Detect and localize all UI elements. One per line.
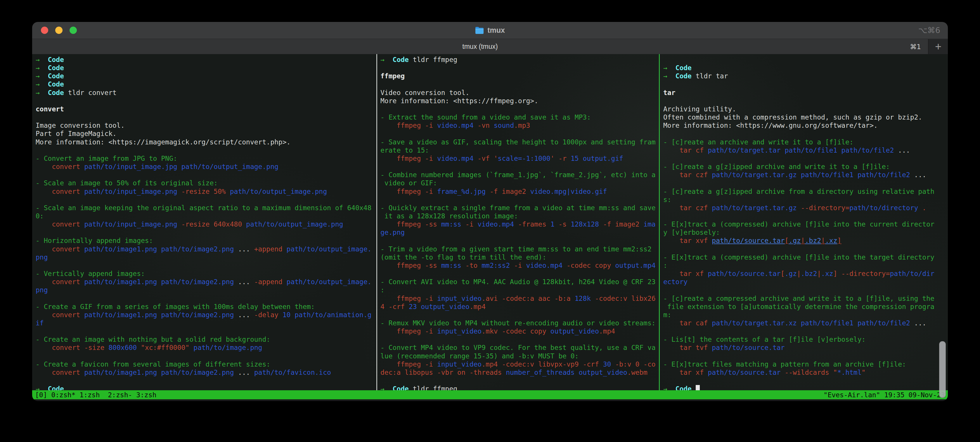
text-segment: - Save a video as GIF, scaling the heigh…: [380, 138, 655, 146]
text-segment: Code: [48, 56, 64, 64]
terminal-line: convert path/to/image1.png path/to/image…: [36, 369, 377, 377]
text-segment: [663, 237, 679, 244]
text-segment: →: [663, 72, 676, 80]
text-segment: .bz2: [801, 270, 817, 278]
terminal-line: s:: [663, 196, 948, 204]
text-segment: path/to/source.tar: [712, 344, 784, 351]
text-segment: Code: [393, 56, 409, 64]
text-segment: - Lis[t] the contents of a tar [f]ile [v…: [663, 336, 865, 343]
terminal-line: tar tvf path/to/source.tar: [663, 343, 948, 352]
tab-bar: tmux (tmux) ⌘1 +: [32, 38, 948, 54]
terminal-line: ffmpeg -ss mm:ss -i video.mp4 -frames 1 …: [380, 220, 660, 228]
terminal-line: → Code tldr tar: [663, 72, 948, 80]
text-segment: png: [36, 286, 48, 294]
title-bar[interactable]: tmux ⌥⌘6: [32, 22, 948, 38]
pane-convert[interactable]: → Code→ Code→ Code→ Code→ Code tldr conv…: [36, 56, 377, 390]
terminal-line: tar xf path/to/source.tar[.gz|.bz2|.xz] …: [663, 270, 948, 278]
terminal-line: [663, 327, 948, 335]
text-segment: ...: [898, 147, 910, 154]
text-segment: Code: [48, 72, 64, 80]
text-segment: path/to/dir: [890, 270, 934, 278]
text-segment: [663, 171, 679, 179]
text-segment: video.mp4: [477, 220, 518, 228]
text-segment: Code: [48, 89, 64, 96]
terminal-line: convert path/to/input_image.jpg path/to/…: [36, 163, 377, 171]
text-segment: 128k: [575, 295, 595, 302]
terminal-line: [36, 113, 377, 121]
tab-tmux[interactable]: tmux (tmux) ⌘1: [32, 39, 928, 54]
terminal-line: [380, 105, 660, 113]
text-segment: it as a 128x128 resolution image:: [380, 212, 518, 220]
text-segment: - E[x]tract a (compressed) archive [f]il…: [663, 220, 934, 228]
terminal-line: [663, 154, 948, 163]
text-segment: .mp4: [599, 327, 615, 335]
terminal-line: Archiving utility.: [663, 105, 948, 113]
terminal-line: [380, 236, 660, 245]
minimize-button[interactable]: [55, 27, 62, 34]
text-segment: path/to/output_image.png: [230, 188, 327, 195]
pane-divider-inactive[interactable]: [376, 54, 377, 390]
terminal-line: → Code: [663, 64, 948, 72]
terminal-line: [663, 80, 948, 88]
zoom-button[interactable]: [70, 27, 77, 34]
terminal-line: tar czf path/to/target.tar.gz --director…: [663, 204, 948, 212]
text-segment: path/to/source.tar: [712, 237, 784, 244]
text-segment: ...: [914, 319, 926, 327]
text-segment: -append: [254, 278, 286, 286]
text-segment: - Quickly extract a single frame from a …: [380, 204, 655, 212]
text-segment: -s: [558, 220, 571, 228]
terminal-line: → Code tldr convert: [36, 89, 377, 97]
terminal-line: [380, 377, 660, 385]
text-segment: path/to/target.tar path/to/file1 path/to…: [708, 147, 898, 154]
terminal-line: [663, 352, 948, 360]
text-segment: -vf ': [477, 155, 498, 162]
text-segment: path/to/target.tar.gz path/to/file1 path…: [712, 171, 914, 179]
text-segment: -f image2: [603, 220, 643, 228]
text-segment: ffmpeg -i: [396, 188, 437, 195]
pane-divider-active[interactable]: [659, 54, 660, 390]
text-segment: →: [36, 385, 48, 390]
text-segment: tar: [663, 89, 676, 96]
text-segment: →: [663, 385, 676, 390]
pane-ffmpeg[interactable]: → Code tldr ffmpeg ffmpeg Video conversi…: [380, 56, 660, 390]
terminal-line: - Scale an image keeping the original as…: [36, 204, 377, 212]
text-segment: - Extract the sound from a video and sav…: [380, 113, 591, 121]
text-segment: path/to/directory: [850, 204, 922, 212]
terminal-line: convert -size 800x600 "xc:#ff0000" path/…: [36, 343, 377, 352]
terminal-line: :: [380, 286, 660, 294]
terminal-line: → Code: [663, 385, 948, 390]
text-segment: -to: [465, 262, 482, 269]
text-segment: →: [380, 385, 393, 390]
text-segment: path/to/input_image.jpg path/to/output_i…: [84, 163, 278, 171]
text-segment: [663, 319, 679, 327]
text-segment: y [v]erbosely:: [663, 228, 720, 236]
text-segment: Code: [48, 64, 64, 72]
text-segment: [380, 121, 396, 129]
new-tab-button[interactable]: +: [928, 39, 948, 54]
terminal-line: - Create a favicon from several images o…: [36, 360, 377, 369]
text-segment: tar cf: [679, 147, 708, 154]
terminal-line: ffmpeg -i input_video.mp4 -codec:v libvp…: [380, 360, 660, 369]
text-segment: [36, 245, 52, 253]
text-segment: tar xf: [679, 369, 708, 376]
scrollbar-thumb[interactable]: [939, 341, 946, 398]
terminal-line: - [c]reate a g[z]ipped archive and write…: [663, 163, 948, 171]
text-segment: - [c]reate an archive and write it to a …: [663, 138, 853, 146]
text-segment: tar xvf: [679, 237, 712, 244]
text-segment: -i: [514, 262, 526, 269]
terminal-line: [36, 171, 377, 179]
text-segment: ...: [238, 245, 254, 253]
terminal-line: 0:: [36, 212, 377, 220]
text-segment: [36, 311, 52, 319]
tab-shortcut: ⌘1: [910, 43, 921, 51]
pane-tar[interactable]: → Code→ Code tldr tar tar Archiving util…: [663, 56, 948, 390]
terminal-line: [380, 129, 660, 138]
plus-icon: +: [935, 40, 942, 53]
terminal-window: tmux ⌥⌘6 tmux (tmux) ⌘1 + → Code→ Code→ …: [32, 22, 948, 401]
text-segment: convert: [52, 311, 84, 319]
status-windows-list[interactable]: [0] 0:zsh* 1:zsh 2:zsh- 3:zsh: [32, 391, 156, 399]
terminal-line: - Scale an image to 50% of its original …: [36, 179, 377, 187]
text-segment: if: [36, 319, 44, 327]
text-segment: video or GIF:: [380, 179, 437, 187]
close-button[interactable]: [41, 27, 48, 34]
